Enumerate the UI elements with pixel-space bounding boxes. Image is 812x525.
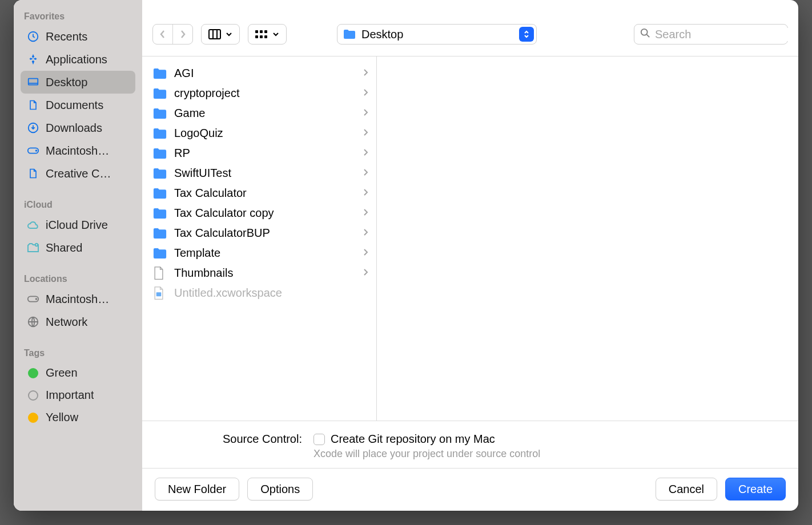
sidebar-item-recents[interactable]: Recents <box>21 25 135 48</box>
location-name: Desktop <box>361 28 513 41</box>
sidebar-item-label: Macintosh… <box>46 144 109 158</box>
file-column-empty <box>377 56 798 421</box>
file-row[interactable]: cryptoproject <box>142 83 376 103</box>
sidebar-label-tags: Tags <box>21 348 135 362</box>
sidebar-item-shared[interactable]: Shared <box>21 236 135 259</box>
file-row[interactable]: Thumbnails <box>142 263 376 283</box>
folder-icon <box>152 147 167 160</box>
git-checkbox-row[interactable]: Create Git repository on my Mac <box>313 433 540 446</box>
file-name: Template <box>174 247 356 260</box>
svg-rect-10 <box>255 30 258 33</box>
folder-icon <box>152 67 167 80</box>
sidebar-tag-green[interactable]: Green <box>21 362 135 384</box>
file-name: cryptoproject <box>174 87 356 100</box>
folder-icon <box>152 107 167 120</box>
sidebar-item-macintosh-hd-loc[interactable]: Macintosh… <box>21 288 135 310</box>
file-name: RP <box>174 147 356 160</box>
svg-rect-1 <box>29 79 38 85</box>
folder-icon <box>152 187 167 200</box>
sidebar-item-downloads[interactable]: Downloads <box>21 116 135 139</box>
file-name: Tax Calculator copy <box>174 207 356 220</box>
svg-rect-11 <box>260 30 263 33</box>
chevron-right-icon <box>363 87 368 100</box>
back-button[interactable] <box>153 25 172 44</box>
file-row[interactable]: AGI <box>142 63 376 83</box>
sidebar-item-desktop[interactable]: Desktop <box>21 71 135 94</box>
file-row[interactable]: Game <box>142 103 376 123</box>
file-name: AGI <box>174 67 356 80</box>
options-button[interactable]: Options <box>247 478 313 500</box>
folder-icon <box>152 247 167 260</box>
sidebar-item-documents[interactable]: Documents <box>21 94 135 116</box>
desktop-icon <box>26 75 40 89</box>
sidebar-item-label: Desktop <box>46 76 87 89</box>
file-name: Tax CalculatorBUP <box>174 227 356 240</box>
folder-icon <box>152 227 167 240</box>
file-name: Thumbnails <box>174 266 356 280</box>
file-row[interactable]: Tax Calculator <box>142 183 376 203</box>
sidebar-label-favorites: Favorites <box>21 11 135 25</box>
search-icon <box>640 28 650 41</box>
svg-rect-12 <box>264 30 267 33</box>
sidebar-item-network[interactable]: Network <box>21 310 135 333</box>
svg-rect-15 <box>264 35 267 38</box>
file-row[interactable]: Template <box>142 243 376 263</box>
grid-icon <box>255 29 268 39</box>
location-popup[interactable]: Desktop <box>337 24 537 45</box>
sidebar-tag-important[interactable]: Important <box>21 384 135 406</box>
svg-rect-14 <box>260 35 263 38</box>
sidebar-item-label: Green <box>46 366 78 379</box>
folder-icon <box>152 167 167 180</box>
shared-folder-icon <box>26 241 40 255</box>
sidebar-item-creative-cloud[interactable]: Creative C… <box>21 162 135 185</box>
file-row[interactable]: Tax Calculator copy <box>142 203 376 223</box>
workspace-file-icon <box>152 287 167 300</box>
file-name: SwiftUITest <box>174 167 356 180</box>
sidebar-label-icloud: iCloud <box>21 200 135 213</box>
create-button[interactable]: Create <box>725 478 786 500</box>
sidebar-item-label: Recents <box>46 30 87 43</box>
file-row[interactable]: RP <box>142 143 376 163</box>
updown-stepper-icon <box>519 27 534 42</box>
svg-rect-17 <box>156 292 162 296</box>
file-row[interactable]: Tax CalculatorBUP <box>142 223 376 243</box>
chevron-right-icon <box>363 266 368 280</box>
chevron-right-icon <box>363 147 368 160</box>
sidebar-tag-yellow[interactable]: Yellow <box>21 406 135 429</box>
folder-icon <box>152 207 167 220</box>
sidebar-item-label: Network <box>46 316 87 329</box>
cancel-button[interactable]: Cancel <box>656 478 717 500</box>
columns-icon <box>208 29 221 39</box>
git-checkbox[interactable] <box>313 434 325 445</box>
sidebar-item-label: Creative C… <box>46 167 111 180</box>
download-icon <box>26 121 40 135</box>
tag-dot-icon <box>28 368 38 378</box>
file-column[interactable]: AGIcryptoprojectGameLogoQuizRPSwiftUITes… <box>142 56 377 421</box>
group-by-button[interactable] <box>248 24 287 45</box>
new-folder-button[interactable]: New Folder <box>155 478 239 500</box>
sidebar-item-label: Important <box>46 389 94 402</box>
tag-dot-icon <box>28 390 38 401</box>
chevron-right-icon <box>363 207 368 220</box>
view-as-columns-button[interactable] <box>201 24 240 45</box>
sidebar-item-icloud-drive[interactable]: iCloud Drive <box>21 213 135 236</box>
tag-dot-icon <box>28 413 38 423</box>
file-row[interactable]: SwiftUITest <box>142 163 376 183</box>
chevron-right-icon <box>363 107 368 120</box>
file-name: LogoQuiz <box>174 127 356 140</box>
sidebar-item-macintosh-hd[interactable]: Macintosh… <box>21 139 135 162</box>
source-control-label: Source Control: <box>165 433 302 446</box>
sidebar-item-applications[interactable]: Applications <box>21 48 135 71</box>
source-control-hint: Xcode will place your project under sour… <box>313 448 540 460</box>
chevron-right-icon <box>363 67 368 80</box>
search-field[interactable] <box>634 24 788 45</box>
sidebar-label-locations: Locations <box>21 274 135 288</box>
disk-icon <box>26 144 40 158</box>
chevron-right-icon <box>363 167 368 180</box>
file-row[interactable]: Untitled.xcworkspace <box>142 283 376 303</box>
document-icon <box>26 98 40 112</box>
sidebar-section-icloud: iCloud iCloud Drive Shared <box>21 200 135 259</box>
forward-button[interactable] <box>172 25 192 44</box>
search-input[interactable] <box>655 28 798 41</box>
file-row[interactable]: LogoQuiz <box>142 123 376 143</box>
